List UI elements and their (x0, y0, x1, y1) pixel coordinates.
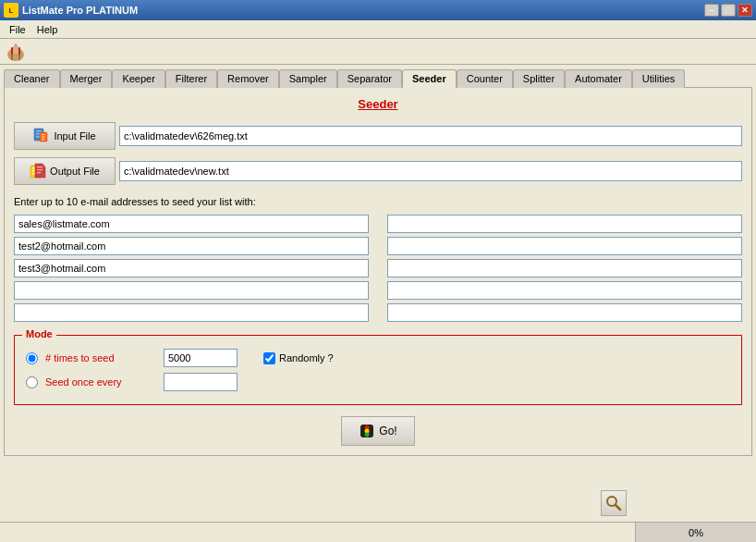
mode-row-2: Seed once every (26, 373, 730, 391)
tab-merger[interactable]: Merger (60, 69, 113, 88)
output-file-icon (30, 163, 46, 179)
go-icon (359, 423, 375, 439)
email-input-6[interactable] (387, 215, 742, 233)
mode-once-label: Seed once every (45, 376, 156, 388)
email-input-7[interactable] (387, 237, 742, 255)
tabs-container: Cleaner Merger Keeper Filterer Remover S… (0, 65, 756, 87)
email-input-10[interactable] (387, 303, 742, 322)
svg-rect-22 (37, 169, 43, 170)
randomly-checkbox[interactable] (263, 352, 275, 364)
status-right: 0% (636, 523, 756, 542)
tab-seeder[interactable]: Seeder (402, 69, 457, 88)
close-button[interactable]: ✕ (738, 4, 752, 17)
output-file-row: Output File (14, 157, 742, 185)
tab-remover[interactable]: Remover (217, 69, 279, 88)
svg-rect-14 (42, 137, 45, 138)
mode-times-radio[interactable] (26, 352, 38, 364)
email-input-5[interactable] (14, 303, 369, 322)
mode-times-input[interactable] (164, 349, 238, 367)
mode-times-label: # times to seed (45, 352, 156, 363)
svg-rect-21 (37, 166, 43, 167)
search-icon (605, 495, 622, 511)
search-button[interactable] (601, 490, 627, 516)
input-file-label: Input File (54, 130, 95, 142)
toolbar-icon (4, 41, 28, 63)
go-section: Go! (14, 416, 742, 446)
input-file-row: Input File (14, 122, 742, 150)
go-button[interactable]: Go! (341, 416, 415, 446)
instructions: Enter up to 10 e-mail addresses to seed … (14, 196, 742, 207)
main-content: Seeder Input File (4, 87, 752, 456)
tab-sampler[interactable]: Sampler (279, 69, 337, 88)
mode-group: Mode # times to seed Randomly ? Seed onc… (14, 335, 742, 405)
email-input-4[interactable] (14, 281, 369, 300)
app-title: ListMate Pro PLATINUM (22, 5, 138, 16)
tab-automater[interactable]: Automater (565, 69, 632, 88)
title-bar-left: L ListMate Pro PLATINUM (4, 3, 138, 18)
menu-file[interactable]: File (4, 22, 31, 37)
mode-once-radio[interactable] (26, 376, 38, 388)
menu-help[interactable]: Help (31, 22, 64, 37)
title-bar: L ListMate Pro PLATINUM – □ ✕ (0, 0, 756, 20)
email-input-3[interactable] (14, 259, 369, 277)
svg-text:L: L (9, 6, 14, 15)
tab-filterer[interactable]: Filterer (165, 69, 217, 88)
output-file-button[interactable]: Output File (14, 157, 116, 185)
tab-counter[interactable]: Counter (457, 69, 513, 88)
svg-rect-13 (42, 134, 45, 135)
input-file-path[interactable] (119, 126, 742, 146)
svg-rect-23 (37, 172, 41, 173)
email-input-9[interactable] (387, 281, 742, 300)
status-left (0, 523, 636, 542)
output-file-label: Output File (50, 166, 100, 177)
email-grid (14, 215, 742, 322)
svg-rect-6 (11, 47, 13, 55)
mode-row-1: # times to seed Randomly ? (26, 349, 730, 367)
email-input-1[interactable] (14, 215, 369, 233)
tab-separator[interactable]: Separator (337, 69, 402, 88)
tab-cleaner[interactable]: Cleaner (4, 69, 60, 88)
randomly-label: Randomly ? (279, 352, 334, 363)
input-file-button[interactable]: Input File (14, 122, 116, 150)
status-bar: 0% (0, 522, 756, 542)
go-label: Go! (379, 425, 396, 437)
mode-once-input[interactable] (164, 373, 238, 391)
title-bar-buttons: – □ ✕ (704, 4, 752, 17)
svg-rect-11 (36, 136, 40, 138)
tab-splitter[interactable]: Splitter (513, 69, 565, 88)
maximize-button[interactable]: □ (721, 4, 736, 17)
svg-rect-15 (42, 139, 44, 140)
svg-point-27 (365, 433, 370, 437)
tab-utilities[interactable]: Utilities (632, 69, 685, 88)
input-file-icon (33, 128, 50, 144)
svg-rect-7 (18, 47, 20, 55)
email-input-2[interactable] (14, 237, 369, 255)
output-file-path[interactable] (119, 161, 742, 181)
mode-legend: Mode (22, 328, 56, 339)
page-title: Seeder (14, 97, 742, 111)
toolbar (0, 39, 756, 65)
minimize-button[interactable]: – (704, 4, 719, 17)
tab-keeper[interactable]: Keeper (112, 69, 165, 88)
email-input-8[interactable] (387, 259, 742, 277)
svg-line-29 (616, 505, 620, 510)
menu-bar: File Help (0, 20, 756, 39)
svg-rect-9 (36, 130, 42, 132)
svg-marker-20 (35, 164, 45, 178)
app-icon: L (4, 3, 18, 18)
